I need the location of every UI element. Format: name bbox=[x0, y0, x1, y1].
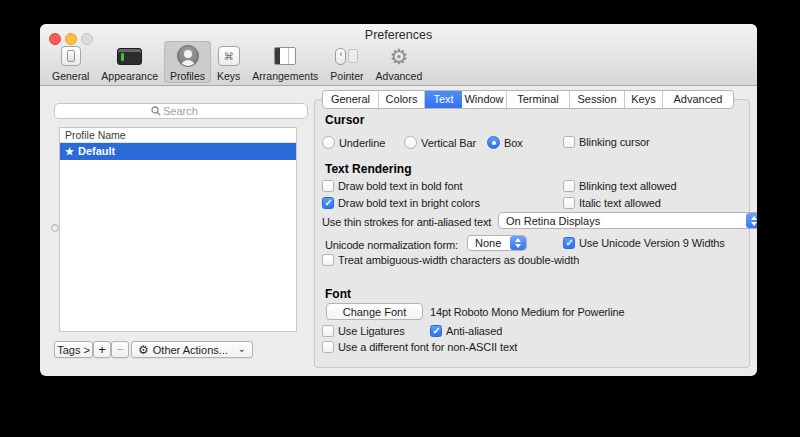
tab-bar: General Colors Text Window Terminal Sess… bbox=[322, 90, 734, 109]
radio-underline[interactable]: Underline bbox=[322, 136, 385, 149]
tags-button[interactable]: Tags > bbox=[54, 341, 93, 358]
pointer-icon bbox=[335, 43, 358, 69]
profile-list-header: Profile Name bbox=[60, 128, 296, 143]
checkbox-unicode-v9-widths[interactable]: Use Unicode Version 9 Widths bbox=[563, 237, 725, 249]
radio-dot-selected bbox=[487, 136, 500, 149]
thin-strokes-dropdown[interactable]: On Retina Displays bbox=[498, 212, 757, 229]
stepper-icon bbox=[510, 236, 526, 250]
change-font-button[interactable]: Change Font bbox=[326, 303, 423, 320]
text-rendering-heading: Text Rendering bbox=[325, 162, 411, 176]
checkbox-blinking-text[interactable]: Blinking text allowed bbox=[563, 180, 677, 192]
radio-box[interactable]: Box bbox=[487, 136, 523, 149]
tab-terminal[interactable]: Terminal bbox=[507, 91, 570, 108]
checkbox bbox=[563, 180, 575, 192]
toolbar-item-appearance[interactable]: Appearance bbox=[95, 41, 164, 83]
search-input[interactable] bbox=[163, 105, 211, 117]
chevron-down-icon: ⌄ bbox=[238, 343, 246, 354]
toolbar-item-keys[interactable]: ⌘ Keys bbox=[211, 41, 246, 83]
remove-profile-button: − bbox=[111, 341, 129, 358]
toolbar-item-profiles[interactable]: Profiles bbox=[164, 41, 211, 83]
window-title: Preferences bbox=[40, 28, 757, 42]
tab-keys[interactable]: Keys bbox=[625, 91, 663, 108]
general-icon bbox=[61, 43, 81, 69]
checkbox-bold-font[interactable]: Draw bold text in bold font bbox=[322, 180, 462, 192]
radio-dot bbox=[322, 136, 335, 149]
other-actions-dropdown[interactable]: ⚙ Other Actions... ⌄ bbox=[131, 341, 253, 358]
search-icon bbox=[151, 106, 161, 116]
tab-text[interactable]: Text bbox=[425, 91, 462, 108]
profile-list: Profile Name ★Default bbox=[59, 127, 297, 332]
toolbar: General Appearance Profiles ⌘ Keys Arran… bbox=[46, 41, 428, 83]
checkbox-checked bbox=[563, 237, 575, 249]
toolbar-item-general[interactable]: General bbox=[46, 41, 95, 83]
splitter-handle[interactable] bbox=[51, 224, 59, 232]
advanced-gear-icon: ⚙ bbox=[390, 43, 409, 69]
add-profile-button[interactable]: + bbox=[93, 341, 111, 358]
tab-session[interactable]: Session bbox=[570, 91, 625, 108]
thin-strokes-label: Use thin strokes for anti-aliased text bbox=[322, 216, 491, 228]
profiles-icon bbox=[177, 43, 199, 69]
preferences-window: Preferences General Appearance Profiles … bbox=[40, 24, 757, 376]
checkbox-bright-colors[interactable]: Draw bold text in bright colors bbox=[322, 197, 480, 209]
tab-advanced[interactable]: Advanced bbox=[663, 91, 733, 108]
checkbox bbox=[322, 254, 334, 266]
checkbox-checked bbox=[430, 325, 442, 337]
toolbar-item-arrangements[interactable]: Arrangements bbox=[246, 41, 324, 83]
checkbox bbox=[563, 197, 575, 209]
checkbox-italic-text[interactable]: Italic text allowed bbox=[563, 197, 661, 209]
checkbox-anti-aliased[interactable]: Anti-aliased bbox=[430, 325, 502, 337]
checkbox-blinking-cursor[interactable]: Blinking cursor bbox=[563, 136, 650, 148]
arrangements-icon bbox=[274, 43, 296, 69]
profile-name: Default bbox=[78, 145, 115, 157]
radio-vertical-bar[interactable]: Vertical Bar bbox=[404, 136, 476, 149]
tab-general[interactable]: General bbox=[323, 91, 379, 108]
search-field[interactable] bbox=[54, 103, 308, 119]
font-heading: Font bbox=[325, 287, 351, 301]
current-font-label: 14pt Roboto Mono Medium for Powerline bbox=[430, 306, 624, 318]
checkbox-checked bbox=[322, 197, 334, 209]
checkbox bbox=[322, 341, 334, 353]
checkbox-non-ascii-font[interactable]: Use a different font for non-ASCII text bbox=[322, 341, 517, 353]
stepper-icon bbox=[746, 213, 757, 228]
radio-dot bbox=[404, 136, 417, 149]
toolbar-item-pointer[interactable]: Pointer bbox=[324, 41, 369, 83]
tab-colors[interactable]: Colors bbox=[379, 91, 425, 108]
checkbox bbox=[322, 325, 334, 337]
window-chrome: Preferences General Appearance Profiles … bbox=[40, 24, 757, 86]
unicode-normalization-label: Unicode normalization form: bbox=[325, 239, 458, 251]
tab-window[interactable]: Window bbox=[462, 91, 507, 108]
checkbox bbox=[563, 136, 575, 148]
keys-icon: ⌘ bbox=[218, 43, 240, 69]
checkbox bbox=[322, 180, 334, 192]
profile-row-default[interactable]: ★Default bbox=[60, 143, 296, 160]
checkbox-use-ligatures[interactable]: Use Ligatures bbox=[322, 325, 405, 337]
cursor-heading: Cursor bbox=[325, 113, 364, 127]
unicode-normalization-dropdown[interactable]: None bbox=[467, 235, 527, 251]
appearance-icon bbox=[117, 43, 142, 69]
star-icon: ★ bbox=[65, 146, 74, 157]
toolbar-item-advanced[interactable]: ⚙ Advanced bbox=[370, 41, 429, 83]
gear-icon: ⚙ bbox=[138, 343, 149, 357]
checkbox-ambiguous-width[interactable]: Treat ambiguous-width characters as doub… bbox=[322, 254, 579, 266]
